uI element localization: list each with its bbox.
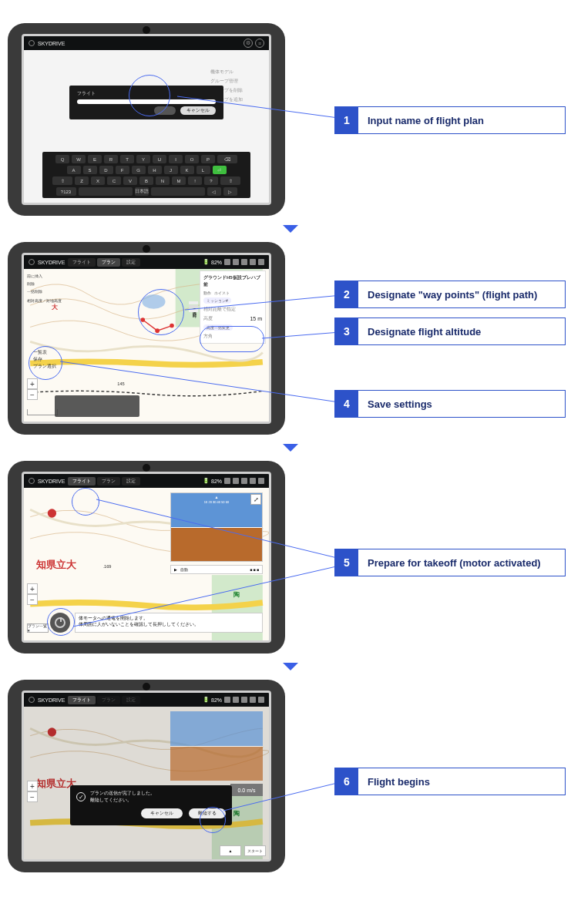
ctrl-item[interactable]: 保存 [33,356,56,363]
save-controls: 一覧表 保存 プラン選択 [33,349,56,370]
key[interactable]: J [164,166,178,174]
app-title: SKYDRIVE [29,40,65,46]
dialog-cancel[interactable]: キャンセル [180,106,216,115]
key[interactable]: G [132,166,146,174]
key[interactable]: I [169,155,183,163]
key[interactable]: U [153,155,166,163]
key[interactable]: ▷ [223,187,237,196]
key[interactable]: L [196,166,210,174]
key[interactable]: ? [204,176,218,185]
check-icon: ✓ [76,792,86,801]
zoom-out-button[interactable]: − [27,389,38,400]
key[interactable]: P [201,155,215,163]
zoom-controls[interactable]: + − [27,781,38,802]
key[interactable]: K [180,166,194,174]
tab-flight[interactable]: フライト [68,477,96,486]
screen1: SKYDRIVE ⚙ ≡ 機体モデル グループ管理 グループを削除 グループを追… [22,34,271,205]
step-number: 4 [335,391,358,417]
step-number: 5 [335,549,358,576]
zoom-controls[interactable]: + − [27,378,38,400]
bb-start[interactable]: スタート [244,845,266,856]
key[interactable]: T [120,155,134,163]
ctrl-item[interactable]: 相対高度／対地高度 [27,298,62,303]
key[interactable] [151,187,205,196]
mission-select[interactable]: ミッション# [203,297,231,304]
tab-flight[interactable]: フライト [68,696,96,704]
gear-icon[interactable]: ⚙ [243,39,253,48]
tab-settings[interactable]: 設定 [122,258,140,267]
app-name: SKYDRIVE [38,41,65,46]
menu-icon[interactable]: ≡ [255,39,264,48]
key[interactable]: ◁ [207,187,221,196]
zoom-out-button[interactable]: − [27,594,38,605]
key[interactable]: N [156,176,170,185]
ctrl-item[interactable]: プラン選択 [33,363,56,370]
key[interactable]: S [83,166,97,174]
key[interactable]: O [185,155,199,163]
tablet-screen4: SKYDRIVE フライト プラン 設定 🔋82% [8,680,285,872]
status-icon [233,259,239,265]
key[interactable]: F [116,166,129,174]
svg-point-15 [48,509,56,517]
side-item[interactable]: 機体モデル [210,67,264,76]
ctrl-item[interactable]: 削除 [27,281,62,286]
altitude-row[interactable]: 高度 15 m [203,315,262,322]
side-item[interactable]: グループ管理 [210,76,264,86]
flow-column: SKYDRIVE ⚙ ≡ 機体モデル グループ管理 グループを削除 グループを追… [8,23,573,872]
key[interactable]: R [104,155,118,163]
subtab[interactable]: ホイスト [214,291,230,295]
key[interactable]: H [148,166,162,174]
vtab[interactable]: 時間 [189,309,198,312]
key[interactable]: 日本語 [135,187,149,196]
subtab[interactable]: 動作 [203,291,211,295]
tab-plan[interactable]: プラン [97,477,120,486]
status-icon [224,478,230,484]
tab-plan[interactable]: プラン [97,258,120,267]
key[interactable]: ⇧ [220,176,240,185]
key[interactable]: ! [188,176,202,185]
key[interactable]: V [123,176,137,185]
ctrl-item[interactable]: 前に挿入 [27,274,62,278]
zoom-in-button[interactable]: + [27,583,38,594]
status-icon [250,697,256,703]
svg-text:知県立大: 知県立大 [35,559,77,570]
bb-up[interactable]: ▲ [220,845,241,856]
key[interactable]: ⇧ [52,176,72,185]
vtab[interactable]: 高度 [189,305,198,308]
key[interactable]: A [67,166,81,174]
key[interactable]: C [107,176,121,185]
bottom-bar: ▲ スタート [220,845,266,856]
zoom-in-button[interactable]: + [27,378,38,389]
zoom-controls[interactable]: + − [27,583,38,605]
zoom-in-button[interactable]: + [27,781,38,791]
key[interactable]: W [72,155,86,163]
step-label: Input name of flight plan [358,107,565,133]
key[interactable] [79,187,133,196]
cancel-button[interactable]: キャンセル [141,808,183,818]
key[interactable]: Q [55,155,69,163]
key[interactable]: ⏎ [213,166,227,174]
key[interactable]: E [88,155,102,163]
attitude-indicator [170,711,263,781]
onscreen-keyboard[interactable]: QWERTYUIOP⌫ASDFGHJKL⏎⇧ZXCVBNM!?⇧?123日本語◁… [42,152,250,198]
key[interactable]: Y [136,155,150,163]
key[interactable]: ⌫ [217,155,237,163]
logo-icon [29,259,35,265]
plan-dropdown[interactable]: プラン一覧 ▾ [27,623,49,633]
key[interactable]: ?123 [56,187,76,196]
app-name: SKYDRIVE [38,697,65,703]
tab-settings[interactable]: 設定 [122,477,140,486]
ctrl-item[interactable]: 一括削除 [27,289,62,294]
ctrl-item[interactable]: 一覧表 [33,349,56,356]
expand-button[interactable]: ⤢ [250,494,261,505]
vtab[interactable]: 速度 [189,301,198,304]
key[interactable]: X [91,176,105,185]
key[interactable]: D [99,166,113,174]
key[interactable]: Z [75,176,89,185]
tab-flight[interactable]: フライト [68,258,96,267]
zoom-out-button[interactable]: − [27,791,38,802]
key[interactable]: B [139,176,153,185]
mode-bar[interactable]: ▶自動■ ■ ■ [170,565,263,574]
key[interactable]: M [172,176,186,185]
status-icon [258,259,264,265]
